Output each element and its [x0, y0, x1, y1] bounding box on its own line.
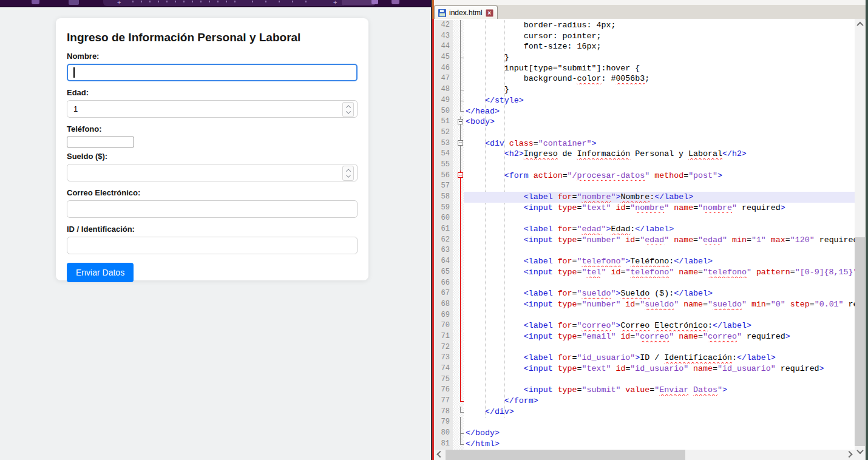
line-number: 67: [434, 288, 453, 299]
code-text[interactable]: <label for="sueldo">Sueldo ($):</label>: [464, 288, 855, 299]
code-text[interactable]: </div>: [464, 407, 855, 418]
code-text[interactable]: border-radius: 4px;: [464, 20, 855, 31]
code-line: 46 input[type="submit"]:hover {: [434, 63, 855, 74]
fold-margin: [453, 320, 464, 331]
code-text[interactable]: <h2>Ingreso de Información Personal y La…: [464, 149, 855, 160]
code-text[interactable]: [464, 181, 855, 192]
code-area[interactable]: 42 border-radius: 4px;43 cursor: pointer…: [434, 20, 855, 450]
code-text[interactable]: cursor: pointer;: [464, 31, 855, 42]
code-text[interactable]: [464, 278, 855, 289]
line-number: 48: [434, 84, 453, 95]
code-text[interactable]: </html>: [464, 439, 855, 450]
number-spinner[interactable]: [342, 102, 354, 117]
code-text[interactable]: <input type="submit" value="Enviar Datos…: [464, 385, 855, 396]
line-number: 45: [434, 52, 453, 63]
code-text[interactable]: <form action="/procesar-datos" method="p…: [464, 171, 855, 181]
field-label-sueldo: Sueldo ($):: [67, 152, 358, 161]
fold-marker-icon[interactable]: [453, 138, 464, 149]
fold-margin: [453, 407, 464, 418]
code-text[interactable]: </body>: [464, 428, 855, 439]
code-text[interactable]: <label for="nombre">Nombre:</label>: [464, 192, 855, 203]
spinner-down-icon[interactable]: [345, 172, 350, 177]
code-text[interactable]: <label for="correo">Correo Electrónico:<…: [464, 320, 855, 331]
fold-marker-icon[interactable]: [453, 171, 464, 181]
web-page: Ingreso de Información Personal y Labora…: [0, 7, 431, 460]
scroll-up-icon[interactable]: [855, 19, 865, 29]
fold-margin: [453, 31, 464, 42]
line-number: 78: [434, 407, 453, 418]
code-line: 53 <div class="container">: [434, 138, 855, 149]
screen: + + Ingreso de Información Personal y La…: [0, 0, 868, 460]
sueldo-input[interactable]: [67, 164, 358, 181]
code-text[interactable]: [464, 127, 855, 138]
code-text[interactable]: [464, 342, 855, 353]
code-text[interactable]: <body>: [464, 117, 855, 127]
fold-margin: [453, 417, 464, 428]
code-editor[interactable]: 42 border-radius: 4px;43 cursor: pointer…: [434, 19, 855, 460]
code-text[interactable]: <label for="id_usuario">ID / Identificac…: [464, 353, 855, 364]
code-text[interactable]: [464, 160, 855, 171]
submit-button[interactable]: Enviar Datos: [67, 263, 134, 282]
code-text[interactable]: </style>: [464, 95, 855, 106]
code-text[interactable]: }: [464, 84, 855, 95]
code-line: 65 <input type="tel" id="telefono" name=…: [434, 267, 855, 278]
fold-margin: [453, 267, 464, 278]
code-text[interactable]: [464, 417, 855, 428]
nombre-input[interactable]: [67, 64, 358, 81]
code-text[interactable]: <input type="text" id="id_usuario" name=…: [464, 364, 855, 374]
scroll-right-icon[interactable]: [844, 450, 854, 460]
line-number: 54: [434, 149, 453, 160]
code-text[interactable]: <input type="email" id="correo" name="co…: [464, 331, 855, 342]
code-text[interactable]: <input type="tel" id="telefono" name="te…: [464, 267, 855, 278]
code-text[interactable]: [464, 245, 855, 256]
spinner-down-icon[interactable]: [345, 109, 350, 113]
scroll-left-icon[interactable]: [435, 450, 445, 460]
code-text[interactable]: <div class="container">: [464, 138, 855, 149]
scroll-down-icon[interactable]: [855, 446, 865, 456]
tab-title: index.html: [449, 8, 483, 17]
fold-margin: [453, 439, 464, 450]
edad-input[interactable]: [67, 100, 358, 118]
vertical-scrollbar[interactable]: [855, 19, 865, 456]
code-text[interactable]: <label for="edad">Edad:</label>: [464, 224, 855, 235]
line-number: 47: [434, 73, 453, 84]
code-text[interactable]: [464, 310, 855, 321]
fold-margin: [453, 331, 464, 342]
vertical-scroll-thumb[interactable]: [855, 237, 865, 446]
code-text[interactable]: background-color: #0056b3;: [464, 73, 855, 84]
code-line: 66: [434, 278, 855, 289]
fold-margin: [453, 278, 464, 289]
code-text[interactable]: [464, 213, 855, 224]
fold-marker-icon[interactable]: [453, 117, 464, 127]
code-text[interactable]: input[type="submit"]:hover {: [464, 63, 855, 74]
code-line: 71 <input type="email" id="correo" name=…: [434, 331, 855, 342]
horizontal-scroll-thumb[interactable]: [446, 450, 685, 460]
line-number: 72: [434, 342, 453, 353]
number-spinner[interactable]: [342, 166, 354, 181]
code-text[interactable]: }: [464, 52, 855, 63]
line-number: 75: [434, 374, 453, 385]
code-text[interactable]: [464, 374, 855, 385]
horizontal-scrollbar[interactable]: [434, 450, 855, 460]
telefono-input[interactable]: [67, 137, 134, 147]
line-number: 66: [434, 278, 453, 289]
code-text[interactable]: <input type="number" id="edad" name="eda…: [464, 235, 855, 246]
code-text[interactable]: <input type="number" id="sueldo" name="s…: [464, 299, 855, 310]
code-text[interactable]: <label for="telefono">Teléfono:</label>: [464, 256, 855, 267]
line-number: 52: [434, 127, 453, 138]
id-input[interactable]: [67, 237, 358, 254]
code-text[interactable]: </form>: [464, 396, 855, 407]
line-number: 63: [434, 245, 453, 256]
code-text[interactable]: font-size: 16px;: [464, 41, 855, 52]
browser-pane: + + Ingreso de Información Personal y La…: [0, 0, 431, 460]
code-text[interactable]: <input type="text" id="nombre" name="nom…: [464, 203, 855, 214]
window-right-border: [866, 0, 868, 460]
code-line: 42 border-radius: 4px;: [434, 20, 855, 31]
line-number: 79: [434, 417, 453, 428]
fold-margin: [453, 256, 464, 267]
code-text[interactable]: </head>: [464, 106, 855, 117]
tab-index-html[interactable]: index.html ×: [434, 5, 498, 19]
close-tab-icon[interactable]: ×: [486, 9, 493, 17]
correo-input[interactable]: [67, 200, 358, 218]
fold-margin: [453, 224, 464, 235]
